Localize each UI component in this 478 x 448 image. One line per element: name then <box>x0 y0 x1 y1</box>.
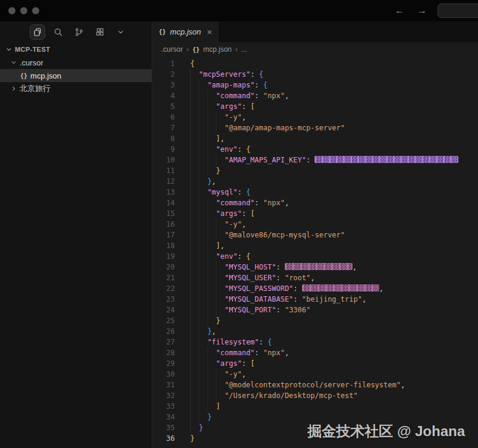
json-file-icon: {} <box>20 73 27 79</box>
zoom-window-button[interactable] <box>32 7 39 14</box>
line-number: 7 <box>152 123 175 133</box>
indent-guide <box>207 390 216 401</box>
indent-guide <box>216 123 224 133</box>
code-line[interactable]: 19"env": { <box>152 251 478 262</box>
indent-guide <box>207 155 216 165</box>
sidebar-item-cursor-folder[interactable]: .cursor <box>0 56 152 69</box>
indent-guide <box>199 401 207 412</box>
breadcrumb-file[interactable]: mcp.json <box>203 45 232 54</box>
close-tab-icon[interactable]: × <box>207 27 212 36</box>
code-line[interactable]: 2"mcpServers": { <box>152 69 478 80</box>
code-line[interactable]: 13"mysql": { <box>152 187 478 198</box>
code-line[interactable]: 25} <box>152 315 478 326</box>
line-number: 20 <box>152 262 175 272</box>
breadcrumb-more[interactable]: ... <box>241 45 247 54</box>
code-line[interactable]: 35} <box>152 422 478 433</box>
line-number: 36 <box>152 433 175 444</box>
indent-guide <box>216 380 224 390</box>
indent-guide <box>207 251 216 262</box>
code-line[interactable]: 7"@amap/amap-maps-mcp-server" <box>152 123 478 133</box>
line-number: 22 <box>152 283 175 294</box>
search-icon[interactable] <box>51 24 66 40</box>
command-center-search[interactable] <box>438 4 478 18</box>
code-line[interactable]: 5"args": [ <box>152 101 478 112</box>
indent-guide <box>216 155 224 165</box>
indent-guide <box>207 283 216 294</box>
more-panels-chevron-icon[interactable] <box>113 24 128 40</box>
code-line[interactable]: 4"command": "npx", <box>152 90 478 101</box>
line-number: 1 <box>152 58 175 69</box>
indent-guide <box>207 101 216 112</box>
indent-guide <box>216 294 224 305</box>
indent-guide <box>207 240 216 251</box>
code-line[interactable]: 28"command": "npx", <box>152 347 478 358</box>
indent-guide <box>207 358 216 369</box>
indent-guide <box>199 80 207 90</box>
minimize-window-button[interactable] <box>20 7 27 14</box>
sidebar-item-mcp-json[interactable]: {} mcp.json <box>0 69 152 82</box>
code-line[interactable]: 26}, <box>152 326 478 337</box>
close-window-button[interactable] <box>8 7 15 14</box>
code-line[interactable]: 30"-y", <box>152 369 478 380</box>
code-line[interactable]: 18], <box>152 240 478 251</box>
explorer-section-header[interactable]: MCP-TEST <box>0 43 152 56</box>
code-line[interactable]: 22"MYSQL_PASSWORD": , <box>152 283 478 294</box>
code-line[interactable]: 27"filesystem": { <box>152 337 478 347</box>
code-line[interactable]: 11} <box>152 165 478 176</box>
code-line[interactable]: 29"args": [ <box>152 358 478 369</box>
code-line[interactable]: 23"MYSQL_DATABASE": "beijing_trip", <box>152 294 478 305</box>
code-line[interactable]: 9"env": { <box>152 144 478 155</box>
explorer-icon[interactable] <box>30 24 45 40</box>
code-line[interactable]: 6"-y", <box>152 112 478 123</box>
code-area[interactable]: 1{2"mcpServers": {3"amap-maps": {4"comma… <box>152 57 478 448</box>
code-line[interactable]: 1{ <box>152 58 478 69</box>
indent-guide <box>190 155 199 165</box>
code-line[interactable]: 16"-y", <box>152 219 478 230</box>
line-number: 6 <box>152 112 175 123</box>
line-number: 3 <box>152 80 175 90</box>
tab-mcp-json[interactable]: {} mcp.json × <box>152 21 219 42</box>
indent-guide <box>190 262 199 272</box>
code-line[interactable]: 8], <box>152 133 478 144</box>
sidebar-item-beijing-trip-folder[interactable]: 北京旅行 <box>0 82 152 95</box>
breadcrumb-folder[interactable]: .cursor <box>161 45 183 54</box>
nav-back-button[interactable]: ← <box>392 5 407 17</box>
code-line[interactable]: 34} <box>152 412 478 422</box>
code-line[interactable]: 14"command": "npx", <box>152 198 478 208</box>
indent-guide <box>199 176 207 187</box>
indent-guide <box>199 155 207 165</box>
code-line[interactable]: 17"@malove86/mcp-mysql-server" <box>152 230 478 240</box>
source-control-icon[interactable] <box>71 24 87 40</box>
code-line[interactable]: 3"amap-maps": { <box>152 80 478 90</box>
indent-guide <box>190 358 199 369</box>
indent-guide <box>207 219 216 230</box>
tab-bar: {} mcp.json × <box>152 21 478 42</box>
line-number: 13 <box>152 187 175 198</box>
indent-guide <box>199 123 207 133</box>
code-line[interactable]: 33] <box>152 401 478 412</box>
extensions-icon[interactable] <box>92 24 108 40</box>
code-line[interactable]: 24"MYSQL_PORT": "3306" <box>152 305 478 315</box>
line-number: 17 <box>152 230 175 240</box>
chevron-right-icon <box>11 86 17 92</box>
code-line[interactable]: 10"AMAP_MAPS_API_KEY": <box>152 155 478 165</box>
indent-guide <box>199 219 207 230</box>
indent-guide <box>199 251 207 262</box>
code-line[interactable]: 15"args": [ <box>152 208 478 219</box>
code-line[interactable]: 36} <box>152 433 478 444</box>
code-line[interactable]: 31"@modelcontextprotocol/server-filesyst… <box>152 380 478 390</box>
indent-guide <box>190 198 199 208</box>
activity-bar <box>0 21 152 43</box>
code-line[interactable]: 21"MYSQL_USER": "root", <box>152 272 478 283</box>
redacted-value <box>315 156 458 163</box>
indent-guide <box>190 80 199 90</box>
code-line[interactable]: 20"MYSQL_HOST": , <box>152 262 478 272</box>
code-line[interactable]: 32"/Users/krado/Desktop/mcp-test" <box>152 390 478 401</box>
code-line[interactable]: 12}, <box>152 176 478 187</box>
line-number: 28 <box>152 347 175 358</box>
nav-forward-button[interactable]: → <box>415 5 429 17</box>
line-number: 26 <box>152 326 175 337</box>
indent-guide <box>199 380 207 390</box>
indent-guide <box>216 272 224 283</box>
indent-guide <box>199 230 207 240</box>
